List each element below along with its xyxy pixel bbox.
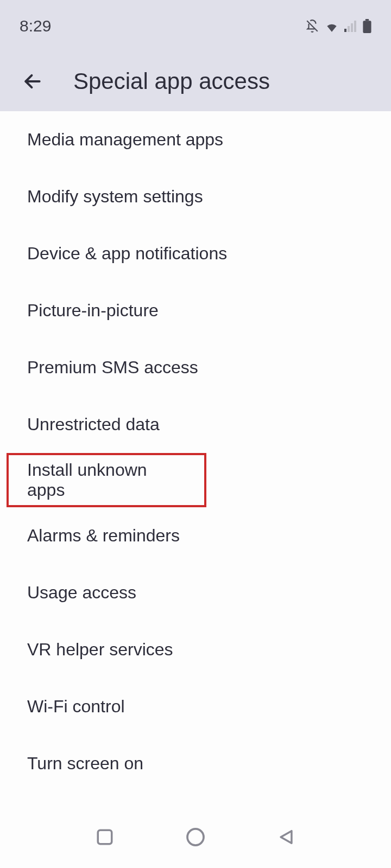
svg-rect-6 (363, 21, 371, 33)
svg-rect-4 (354, 21, 356, 32)
back-button[interactable] (22, 71, 43, 92)
list-item-label: Alarms & reminders (27, 526, 180, 546)
list-item[interactable]: Modify system settings (0, 168, 391, 225)
page-title: Special app access (73, 68, 270, 94)
home-button[interactable] (183, 825, 207, 849)
svg-rect-1 (344, 29, 346, 32)
list-item[interactable]: VR helper services (0, 621, 391, 678)
list-item-label: Modify system settings (27, 187, 203, 207)
list-item[interactable]: Wi-Fi control (0, 678, 391, 735)
signal-icon (344, 20, 357, 32)
wifi-icon (325, 20, 339, 32)
app-header: Special app access (0, 52, 391, 111)
svg-rect-8 (98, 830, 112, 844)
list-item-label: Install unknown apps (27, 460, 177, 500)
triangle-left-icon (277, 828, 295, 846)
list-item[interactable]: Unrestricted data (0, 396, 391, 453)
list-item-label: Picture-in-picture (27, 301, 159, 321)
dnd-off-icon (305, 19, 319, 33)
list-item[interactable]: Picture-in-picture (0, 282, 391, 339)
status-time: 8:29 (20, 17, 51, 35)
list-item[interactable]: Premium SMS access (0, 339, 391, 396)
list-item-label: Turn screen on (27, 754, 143, 774)
list-item[interactable]: Usage access (0, 564, 391, 621)
svg-rect-3 (351, 23, 353, 32)
settings-list: Media management appsModify system setti… (0, 111, 391, 806)
list-item[interactable]: Turn screen on (0, 735, 391, 792)
list-item[interactable]: Alarms & reminders (0, 507, 391, 564)
svg-point-9 (187, 829, 204, 845)
list-item-label: Media management apps (27, 130, 223, 150)
circle-icon (186, 827, 205, 847)
battery-icon (363, 19, 371, 33)
square-icon (96, 828, 114, 846)
svg-rect-5 (365, 19, 369, 21)
arrow-left-icon (22, 71, 43, 92)
list-item[interactable]: Device & app notifications (0, 225, 391, 282)
list-item-label: Device & app notifications (27, 244, 227, 264)
status-icons (305, 19, 371, 33)
list-item-label: Unrestricted data (27, 414, 160, 435)
navigation-bar (0, 806, 391, 868)
list-item-label: Premium SMS access (27, 358, 198, 378)
list-item[interactable]: Media management apps (0, 111, 391, 168)
back-nav-button[interactable] (274, 825, 298, 849)
status-bar: 8:29 (0, 0, 391, 52)
svg-rect-2 (348, 26, 350, 32)
list-item-label: Wi-Fi control (27, 697, 125, 717)
recent-apps-button[interactable] (93, 825, 117, 849)
list-item-label: VR helper services (27, 640, 173, 660)
list-item[interactable]: Install unknown apps (7, 453, 206, 507)
list-item-label: Usage access (27, 583, 136, 603)
